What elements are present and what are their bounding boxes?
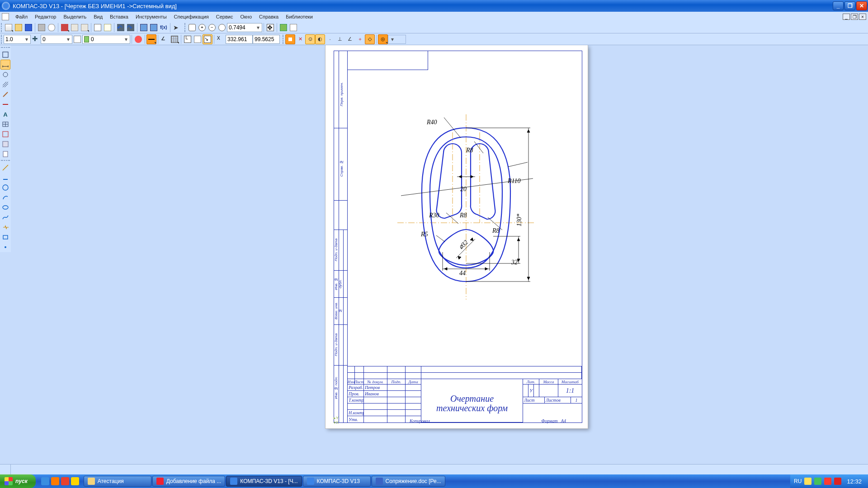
menu-libraries[interactable]: Библиотеки xyxy=(282,13,316,20)
task-item[interactable]: Сопряжение.doc [Ре... xyxy=(372,476,445,487)
tray-lang[interactable]: RU xyxy=(794,478,802,484)
help-context-button[interactable] xyxy=(172,23,182,33)
property-panel-grip[interactable] xyxy=(0,465,11,474)
manager-button[interactable] xyxy=(139,23,149,33)
zoom-in-button[interactable] xyxy=(197,23,207,33)
copy-button[interactable] xyxy=(70,23,80,33)
coord-y-field[interactable] xyxy=(255,36,278,42)
vt-symbols[interactable] xyxy=(0,70,10,80)
ql-yandex-icon[interactable] xyxy=(71,477,79,485)
menu-file[interactable]: Файл xyxy=(12,13,31,20)
tray-kaspersky-icon[interactable] xyxy=(834,478,841,485)
stop-button[interactable] xyxy=(133,34,143,44)
vt-leader[interactable] xyxy=(0,129,10,139)
menu-help[interactable]: Справка xyxy=(255,13,282,20)
step-toggle[interactable] xyxy=(31,34,41,44)
fx-button[interactable]: f(x) xyxy=(159,23,169,33)
coord-x-field[interactable] xyxy=(227,36,251,42)
vt-line[interactable] xyxy=(0,163,10,173)
print-button[interactable] xyxy=(37,23,47,33)
step-field[interactable] xyxy=(5,36,24,42)
style-input[interactable]: ▾ xyxy=(41,35,72,44)
properties-button[interactable] xyxy=(93,23,103,33)
cut-button[interactable] xyxy=(60,23,70,33)
step-input[interactable]: ▾ xyxy=(4,35,31,44)
grid-button[interactable] xyxy=(170,34,179,44)
vt-segment[interactable] xyxy=(0,173,10,183)
vt-edit[interactable] xyxy=(0,89,10,99)
minimize-button[interactable]: _ xyxy=(833,1,844,10)
snap4[interactable]: ◐ xyxy=(315,34,325,44)
style-field[interactable] xyxy=(42,36,66,42)
save-button[interactable] xyxy=(24,23,33,33)
vt-spec[interactable] xyxy=(0,139,10,149)
menu-insert[interactable]: Вставка xyxy=(106,13,132,20)
task-item[interactable]: КОМПАС-3D V13 - [Ч... xyxy=(226,476,302,487)
snap8[interactable]: ＋ xyxy=(355,34,365,44)
open-button[interactable] xyxy=(14,23,24,33)
paste-button[interactable] xyxy=(80,23,90,33)
tray-antivirus-icon[interactable] xyxy=(824,478,831,485)
menu-tools[interactable]: Инструменты xyxy=(132,13,170,20)
vt-rect[interactable] xyxy=(0,232,10,242)
snap-angle-button[interactable]: ∠ xyxy=(160,34,170,44)
ql-opera-icon[interactable] xyxy=(61,477,69,485)
task-item[interactable]: Атестация xyxy=(84,476,151,487)
vt-report[interactable] xyxy=(0,149,10,159)
layer-field[interactable] xyxy=(91,36,124,42)
snap-menu[interactable]: ◎ xyxy=(378,34,388,44)
ql-firefox-icon[interactable] xyxy=(51,477,59,485)
zoom-value-field[interactable] xyxy=(229,24,256,31)
menu-spec[interactable]: Спецификация xyxy=(170,13,212,20)
undo-button[interactable]: ↶ xyxy=(116,23,126,33)
snap2[interactable]: ✕ xyxy=(295,34,305,44)
tray-icon[interactable] xyxy=(814,478,821,485)
snap6[interactable]: ⊥ xyxy=(335,34,345,44)
mdi-close-button[interactable]: × xyxy=(859,14,866,20)
property-panel[interactable] xyxy=(0,464,868,474)
vt-spline[interactable] xyxy=(0,212,10,222)
zoom-window-button[interactable] xyxy=(187,23,197,33)
close-button[interactable]: ✕ xyxy=(856,1,867,10)
coord-x-input[interactable] xyxy=(226,35,253,44)
copy-props-button[interactable] xyxy=(103,23,113,33)
style-button[interactable] xyxy=(72,34,82,44)
snap5[interactable]: · xyxy=(325,34,335,44)
snap-active-button[interactable]: ↘ xyxy=(203,34,212,44)
vt-hatch[interactable] xyxy=(0,80,10,89)
menu-service[interactable]: Сервис xyxy=(212,13,237,20)
vt-break[interactable] xyxy=(0,222,10,232)
preview-button[interactable] xyxy=(47,23,57,33)
vt-geometry[interactable] xyxy=(0,50,10,60)
vt-text[interactable]: A xyxy=(0,109,10,119)
vt-ellipse[interactable] xyxy=(0,202,10,212)
snap3[interactable]: ⊙ xyxy=(305,34,315,44)
menu-select[interactable]: Выделить xyxy=(60,13,90,20)
mdi-minimize-button[interactable]: _ xyxy=(843,14,850,20)
menu-window[interactable]: Окно xyxy=(236,13,255,20)
snap9[interactable]: ◇ xyxy=(365,34,375,44)
snap-dist[interactable]: ▾ xyxy=(388,35,406,44)
tray-icon[interactable] xyxy=(804,478,811,485)
mdi-restore-button[interactable]: ❐ xyxy=(851,14,858,20)
vt-circle[interactable] xyxy=(0,183,10,192)
vt-dimensions[interactable] xyxy=(0,60,10,70)
menu-view[interactable]: Вид xyxy=(90,13,106,20)
variables-button[interactable] xyxy=(149,23,159,33)
maximize-button[interactable]: ❐ xyxy=(844,1,855,10)
rebuild-button[interactable] xyxy=(278,23,288,33)
vt-table[interactable] xyxy=(0,119,10,129)
new-button[interactable] xyxy=(4,23,14,33)
round-button[interactable] xyxy=(193,34,203,44)
zoom-fit-button[interactable] xyxy=(217,23,227,33)
vt-params[interactable] xyxy=(0,99,10,109)
redo-button[interactable]: ↷ xyxy=(126,23,136,33)
task-item[interactable]: КОМПАС-3D V13 xyxy=(303,476,371,487)
ortho-button[interactable]: └ xyxy=(183,34,193,44)
snap7[interactable]: ∠ xyxy=(345,34,355,44)
menu-editor[interactable]: Редактор xyxy=(31,13,60,20)
ql-ie-icon[interactable] xyxy=(41,477,49,485)
drawing-viewport[interactable]: Перв. примен. Справ. № Подп. и дата Инв.… xyxy=(11,45,868,464)
task-item[interactable]: Добавление файла ... xyxy=(152,476,226,487)
snap1[interactable] xyxy=(285,34,295,44)
